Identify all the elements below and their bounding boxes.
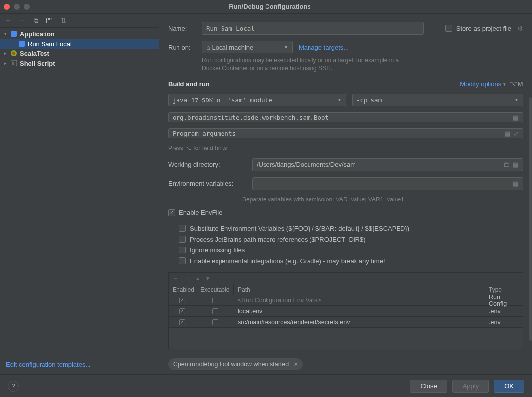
working-dir-label: Working directory: (168, 161, 246, 168)
svg-rect-0 (48, 18, 50, 20)
list-icon[interactable]: ▤ (513, 114, 519, 121)
th-executable: Executable (196, 284, 234, 295)
remove-icon[interactable]: － (18, 17, 26, 25)
svg-rect-1 (11, 31, 17, 37)
classpath-select[interactable]: -cp sam ▼ (352, 94, 523, 106)
open-tool-window-chip[interactable]: Open run/debug tool window when started … (168, 358, 303, 370)
run-on-value: Local machine (212, 44, 253, 51)
close-icon[interactable]: × (294, 360, 298, 368)
run-on-select[interactable]: ⌂ Local machine ▼ (202, 41, 293, 53)
titlebar: Run/Debug Configurations (0, 0, 532, 14)
tree-label: Run Sam Local (28, 40, 72, 48)
opt-experimental[interactable]: Enable experimental integrations (e.g. G… (179, 255, 523, 266)
env-vars-hint: Separate variables with semicolon: VAR=v… (168, 196, 523, 203)
tree-node-run-sam-local[interactable]: Run Sam Local (0, 39, 159, 49)
store-as-project-file[interactable]: Store as project file ⚙ (445, 23, 523, 34)
table-header: Enabled Executable Path Type (168, 284, 523, 295)
checkbox-icon[interactable] (212, 319, 218, 325)
ok-button[interactable]: OK (494, 380, 524, 393)
add-icon[interactable]: ＋ (173, 274, 179, 283)
list-icon[interactable]: ▤ (513, 161, 519, 168)
sidebar: ＋ － ⧉ ⇅ ▾ Application Run Sam Local ▸ Sc… (0, 14, 159, 374)
table-row[interactable]: src/main/resources/rendered/secrets.env … (168, 317, 523, 328)
checkbox-icon (179, 257, 186, 264)
chevron-down-icon: ▼ (514, 98, 519, 102)
env-vars-label: Environment variables: (168, 180, 246, 187)
checkbox-icon[interactable] (179, 319, 185, 325)
th-path: Path (234, 284, 485, 295)
name-input[interactable] (202, 22, 424, 35)
down-icon[interactable]: ▼ (205, 276, 210, 281)
checkbox-icon[interactable] (179, 298, 185, 303)
svg-text:$: $ (12, 61, 14, 66)
chevron-right-icon: ▸ (3, 61, 8, 66)
up-icon[interactable]: ▲ (195, 276, 200, 281)
tree-node-scalatest[interactable]: ▸ ScalaTest (0, 49, 159, 58)
scrollbar[interactable] (529, 97, 532, 341)
dialog-footer: ? Close Apply OK (0, 374, 532, 397)
opt-label: Ignore missing files (190, 247, 245, 254)
run-on-label: Run on: (168, 44, 196, 51)
opt-substitute[interactable]: Substitute Environment Variables (${FOO}… (179, 223, 523, 234)
manage-targets-link[interactable]: Manage targets... (299, 44, 349, 51)
working-dir-value: /Users/tlangs/Documents/Dev/sam (257, 161, 355, 168)
tree-node-shell-script[interactable]: ▸ $ Shell Script (0, 58, 159, 68)
checkbox-icon[interactable] (212, 298, 218, 303)
list-icon[interactable]: ▤ (504, 130, 510, 137)
table-row[interactable]: local.env .env (168, 306, 523, 317)
tree-label: Shell Script (20, 60, 55, 67)
list-icon[interactable]: ▤ (513, 180, 519, 187)
checkbox-icon[interactable] (179, 308, 185, 314)
close-button[interactable]: Close (410, 380, 447, 393)
modify-options-link[interactable]: Modify options (460, 80, 501, 88)
checkbox-icon (179, 225, 186, 232)
add-icon[interactable]: ＋ (4, 17, 12, 25)
shell-icon: $ (10, 60, 18, 66)
program-args-input[interactable]: Program arguments ▤⤢ (168, 128, 523, 138)
remove-icon[interactable]: － (184, 274, 190, 283)
folder-icon[interactable]: 🗀 (503, 161, 510, 168)
envfile-table-toolbar: ＋ － ▲ ▼ (168, 272, 523, 284)
chevron-down-icon: ▾ (3, 31, 8, 36)
opt-macro[interactable]: Process JetBrains path macro references … (179, 234, 523, 245)
sort-icon[interactable]: ⇅ (59, 17, 67, 25)
home-icon: ⌂ (206, 44, 212, 51)
td-path: src/main/resources/rendered/secrets.env (234, 317, 485, 327)
main-class-input[interactable]: org.broadinstitute.dsde.workbench.sam.Bo… (168, 112, 523, 122)
table-empty (168, 328, 523, 349)
chip-label: Open run/debug tool window when started (173, 361, 289, 368)
checkbox-icon (445, 25, 452, 32)
apply-button[interactable]: Apply (452, 380, 489, 393)
jdk-select[interactable]: java 17 SDK of 'sam' module ▼ (168, 94, 346, 106)
run-on-hint: Run configurations may be executed local… (202, 56, 409, 72)
args-placeholder: Program arguments (173, 130, 504, 137)
chevron-down-icon: ▾ (503, 82, 506, 87)
chevron-down-icon: ▼ (284, 45, 288, 50)
td-path: <Run Configuration Env Vars> (234, 295, 485, 305)
opt-label: Process JetBrains path macro references … (190, 236, 365, 243)
edit-templates-link[interactable]: Edit configuration templates... (0, 355, 159, 374)
help-icon[interactable]: ? (8, 381, 19, 392)
field-hints: Press ⌥ for field hints (168, 144, 376, 152)
table-row[interactable]: <Run Configuration Env Vars> Run Config (168, 295, 523, 306)
gear-icon[interactable]: ⚙ (517, 25, 523, 32)
scalatest-icon (10, 50, 18, 56)
save-icon[interactable] (45, 17, 53, 25)
jdk-value: java 17 (173, 97, 199, 104)
opt-ignore[interactable]: Ignore missing files (179, 245, 523, 255)
checkbox-icon[interactable] (212, 308, 218, 314)
enable-envfile[interactable]: Enable EnvFile (168, 209, 523, 217)
sidebar-toolbar: ＋ － ⧉ ⇅ (0, 14, 159, 28)
window-title: Run/Debug Configurations (8, 3, 532, 10)
svg-rect-2 (19, 41, 25, 47)
copy-icon[interactable]: ⧉ (32, 17, 40, 25)
td-type: .env (485, 317, 523, 327)
expand-icon[interactable]: ⤢ (513, 130, 519, 137)
working-dir-input[interactable]: /Users/tlangs/Documents/Dev/sam 🗀▤ (252, 158, 523, 171)
tree-node-application[interactable]: ▾ Application (0, 29, 159, 39)
checkbox-icon (168, 209, 175, 216)
opt-label: Substitute Environment Variables (${FOO}… (190, 225, 409, 232)
tree-label: ScalaTest (20, 50, 49, 57)
env-vars-input[interactable]: ▤ (252, 177, 523, 190)
main-class-value: org.broadinstitute.dsde.workbench.sam.Bo… (173, 114, 513, 121)
